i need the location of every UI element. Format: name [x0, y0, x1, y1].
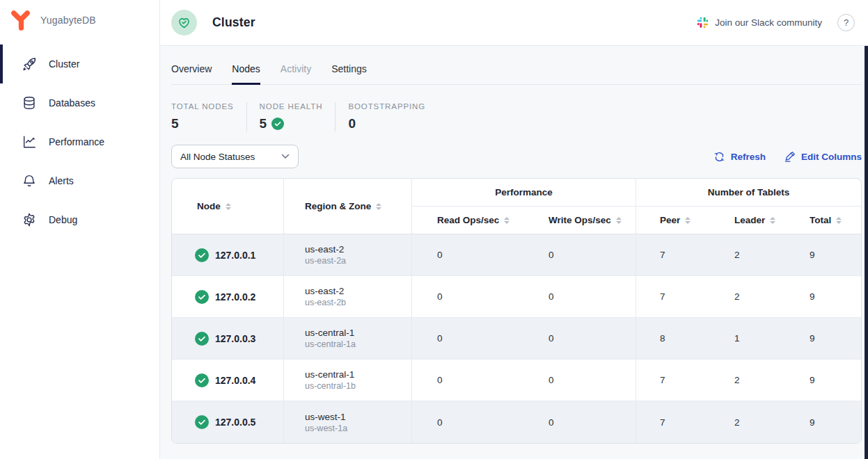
edit-columns-button[interactable]: Edit Columns — [784, 151, 862, 163]
healthy-check-icon — [195, 290, 209, 304]
group-header-tablets: Number of Tablets — [636, 179, 861, 207]
read-ops-cell: 0 — [411, 401, 523, 443]
sidebar-item-label: Databases — [49, 97, 95, 108]
peer-tablets-cell: 7 — [636, 276, 711, 317]
tab-nodes[interactable]: Nodes — [232, 63, 260, 85]
read-ops-cell: 0 — [411, 234, 523, 275]
stat-label: BOOTSTRAPPING — [348, 102, 425, 111]
zone-name: us-central-1b — [305, 381, 356, 391]
vertical-scrollbar[interactable] — [865, 46, 868, 459]
healthy-check-icon — [271, 118, 284, 130]
leader-tablets-cell: 1 — [711, 318, 786, 359]
sort-icon — [685, 217, 691, 224]
zone-name: us-central-1a — [305, 339, 356, 349]
sidebar-item-databases[interactable]: Databases — [0, 83, 159, 122]
col-header-node[interactable]: Node — [172, 179, 283, 234]
sort-icon — [504, 217, 510, 224]
database-icon — [21, 95, 38, 111]
sidebar-nav: Cluster Databases Performance — [0, 45, 159, 239]
sidebar-item-alerts[interactable]: Alerts — [0, 161, 159, 200]
write-ops-cell: 0 — [523, 401, 636, 443]
heart-check-icon — [177, 15, 191, 30]
col-header-region-zone[interactable]: Region & Zone — [283, 179, 411, 234]
col-header-peer[interactable]: Peer — [636, 207, 711, 234]
content: Overview Nodes Activity Settings TOTAL N… — [160, 46, 868, 444]
refresh-button[interactable]: Refresh — [713, 151, 766, 163]
write-ops-cell: 0 — [523, 234, 636, 275]
col-header-total[interactable]: Total — [786, 207, 861, 234]
table-row[interactable]: 127.0.0.2 us-east-2 us-east-2b 0 0 7 2 9 — [172, 276, 861, 318]
region-name: us-east-2 — [305, 244, 344, 255]
tab-settings[interactable]: Settings — [331, 63, 367, 85]
tab-overview[interactable]: Overview — [171, 63, 212, 85]
total-tablets-cell: 9 — [786, 234, 861, 275]
sort-icon — [376, 203, 381, 210]
leader-tablets-cell: 2 — [711, 276, 786, 317]
total-tablets-cell: 9 — [786, 318, 861, 359]
peer-tablets-cell: 7 — [636, 360, 711, 401]
sidebar: YugabyteDB Cluster — [0, 0, 160, 459]
node-cell: 127.0.0.5 — [172, 401, 283, 443]
node-ip: 127.0.0.2 — [215, 291, 255, 303]
region-zone-cell: us-west-1 us-west-1a — [283, 401, 411, 443]
pencil-icon — [784, 151, 796, 163]
read-ops-cell: 0 — [411, 318, 523, 359]
stat-bootstrapping: BOOTSTRAPPING 0 — [335, 102, 438, 131]
total-tablets-cell: 9 — [786, 401, 861, 443]
stat-value: 5 — [260, 116, 267, 131]
edit-columns-label: Edit Columns — [801, 152, 862, 162]
region-zone-cell: us-east-2 us-east-2a — [283, 234, 411, 275]
stat-node-health: NODE HEALTH 5 — [246, 102, 336, 131]
table-row[interactable]: 127.0.0.3 us-central-1 us-central-1a 0 0… — [172, 318, 861, 360]
slack-icon — [697, 17, 709, 29]
region-zone-cell: us-central-1 us-central-1b — [283, 360, 411, 401]
help-button[interactable]: ? — [837, 14, 855, 31]
table-row[interactable]: 127.0.0.4 us-central-1 us-central-1b 0 0… — [172, 360, 861, 401]
leader-tablets-cell: 2 — [711, 360, 786, 401]
healthy-check-icon — [195, 248, 209, 262]
sort-icon — [226, 203, 231, 210]
leader-tablets-cell: 2 — [711, 401, 786, 443]
node-stats: TOTAL NODES 5 NODE HEALTH 5 — [171, 102, 862, 131]
nodes-table: Node Region & Zone Performance Number of… — [171, 178, 862, 444]
write-ops-cell: 0 — [523, 276, 636, 317]
node-cell: 127.0.0.2 — [172, 276, 283, 317]
table-header: Node Region & Zone Performance Number of… — [172, 179, 861, 234]
sidebar-item-performance[interactable]: Performance — [0, 122, 159, 161]
table-row[interactable]: 127.0.0.5 us-west-1 us-west-1a 0 0 7 2 9 — [172, 401, 861, 443]
peer-tablets-cell: 7 — [636, 234, 711, 275]
write-ops-cell: 0 — [523, 360, 636, 401]
sidebar-item-label: Alerts — [49, 175, 74, 186]
node-ip: 127.0.0.3 — [215, 333, 255, 344]
col-header-leader[interactable]: Leader — [711, 207, 786, 234]
zone-name: us-east-2b — [305, 298, 346, 307]
node-status-select[interactable]: All Node Statuses — [171, 145, 299, 168]
node-status-select-value: All Node Statuses — [180, 152, 255, 162]
region-name: us-central-1 — [305, 328, 354, 338]
refresh-label: Refresh — [731, 152, 766, 162]
col-header-write-ops[interactable]: Write Ops/sec — [523, 207, 636, 234]
sidebar-item-cluster[interactable]: Cluster — [0, 45, 159, 83]
sort-icon — [770, 217, 775, 224]
col-header-read-ops[interactable]: Read Ops/sec — [411, 207, 523, 234]
table-toolbar: All Node Statuses Refresh — [171, 145, 862, 168]
sidebar-item-label: Cluster — [49, 58, 79, 70]
tab-bar: Overview Nodes Activity Settings — [171, 46, 862, 85]
table-body: 127.0.0.1 us-east-2 us-east-2a 0 0 7 2 9… — [172, 234, 861, 443]
table-row[interactable]: 127.0.0.1 us-east-2 us-east-2a 0 0 7 2 9 — [172, 234, 861, 276]
write-ops-cell: 0 — [523, 318, 636, 359]
healthy-check-icon — [195, 373, 209, 387]
stat-label: NODE HEALTH — [260, 102, 323, 111]
tab-activity[interactable]: Activity — [281, 63, 311, 85]
leader-tablets-cell: 2 — [711, 234, 786, 275]
region-name: us-west-1 — [305, 412, 346, 422]
chart-line-icon — [21, 134, 38, 150]
region-name: us-east-2 — [305, 286, 344, 296]
sidebar-item-debug[interactable]: Debug — [0, 200, 159, 239]
read-ops-cell: 0 — [411, 276, 523, 317]
slack-community-link[interactable]: Join our Slack community — [697, 17, 822, 29]
page-title: Cluster — [212, 15, 255, 30]
group-header-performance: Performance — [411, 179, 636, 207]
total-tablets-cell: 9 — [786, 276, 861, 317]
node-ip: 127.0.0.1 — [215, 250, 255, 261]
